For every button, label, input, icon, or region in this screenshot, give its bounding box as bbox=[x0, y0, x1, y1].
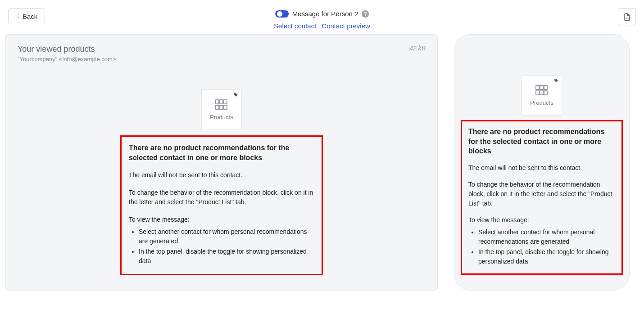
chevron-left-icon: 〈 bbox=[14, 12, 20, 20]
alert-line-3: To view the message: bbox=[129, 215, 314, 224]
back-button[interactable]: 〈 Back bbox=[8, 8, 45, 24]
alert-line-2: To change the behavior of the recommenda… bbox=[129, 188, 314, 207]
svg-rect-10 bbox=[540, 91, 543, 95]
alert-line-1-mobile: The email will not be sent to this conta… bbox=[468, 163, 615, 173]
svg-rect-1 bbox=[220, 100, 223, 104]
svg-rect-2 bbox=[224, 100, 227, 104]
code-icon-button[interactable] bbox=[618, 8, 636, 26]
products-block[interactable]: Products bbox=[201, 89, 242, 130]
svg-rect-0 bbox=[216, 100, 219, 104]
alert-line-2-mobile: To change the behavior of the recommenda… bbox=[468, 180, 615, 208]
alert-heading-mobile: There are no product recommendations for… bbox=[468, 127, 615, 156]
svg-rect-8 bbox=[544, 85, 547, 89]
email-subject: Your viewed products bbox=[18, 45, 426, 54]
products-block-label: Products bbox=[210, 114, 233, 121]
alert-line-3-mobile: To view the message: bbox=[468, 215, 615, 225]
contact-preview-link[interactable]: Contact preview bbox=[322, 22, 370, 30]
grid-icon bbox=[535, 85, 548, 96]
svg-rect-11 bbox=[544, 91, 547, 95]
grid-icon bbox=[215, 99, 228, 110]
alert-bullet-2: In the top panel, disable the toggle for… bbox=[139, 247, 314, 266]
email-size: 42 kB bbox=[409, 45, 426, 52]
toggle-label: Message for Person 2 bbox=[292, 10, 358, 18]
products-block-mobile[interactable]: Products bbox=[522, 75, 562, 116]
products-block-label-mobile: Products bbox=[530, 99, 553, 106]
svg-rect-9 bbox=[536, 91, 539, 95]
toggle-knob bbox=[277, 11, 282, 17]
svg-rect-6 bbox=[536, 85, 539, 89]
desktop-preview-card: Your viewed products "Yourcompany" <info… bbox=[5, 34, 438, 291]
svg-rect-5 bbox=[224, 105, 227, 109]
personalized-toggle[interactable] bbox=[275, 10, 289, 18]
select-contact-link[interactable]: Select contact bbox=[274, 22, 316, 30]
tag-icon bbox=[233, 93, 239, 99]
svg-rect-7 bbox=[540, 85, 543, 89]
alert-bullet-1-mobile: Select another contact for whom personal… bbox=[478, 228, 615, 246]
tag-icon bbox=[553, 78, 559, 85]
email-sender: "Yourcompany" <info@example.com> bbox=[18, 56, 426, 63]
help-icon[interactable]: ? bbox=[362, 10, 369, 18]
alert-bullet-2-mobile: In the top panel, disable the toggle for… bbox=[478, 247, 615, 266]
alert-heading: There are no product recommendations for… bbox=[129, 143, 314, 162]
top-center-controls: Message for Person 2 ? Select contact Co… bbox=[274, 10, 370, 30]
code-file-icon bbox=[622, 13, 631, 22]
alert-bullet-1: Select another contact for whom personal… bbox=[139, 227, 314, 246]
no-recommendations-alert-mobile: There are no product recommendations for… bbox=[461, 120, 623, 275]
svg-rect-3 bbox=[216, 105, 219, 109]
back-button-label: Back bbox=[23, 13, 37, 20]
mobile-preview-card: Products There are no product recommenda… bbox=[454, 34, 630, 291]
alert-line-1: The email will not be sent to this conta… bbox=[129, 170, 314, 180]
no-recommendations-alert: There are no product recommendations for… bbox=[120, 135, 323, 275]
svg-rect-4 bbox=[220, 105, 223, 109]
